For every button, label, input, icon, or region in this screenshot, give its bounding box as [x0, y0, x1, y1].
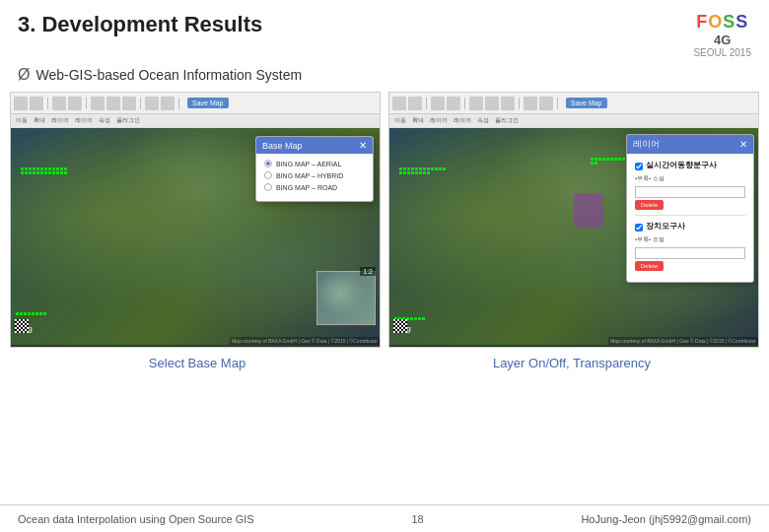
tool-icon-6 [106, 97, 120, 110]
tool-icon-3 [52, 97, 66, 110]
left-sub-toolbar: 이동 확대 레이어 레이어 속성 플러그인 [11, 114, 380, 128]
radio-label-2: BING MAP – HYBRID [276, 172, 343, 179]
sub-label-2: 확대 [32, 116, 47, 125]
radio-item-2[interactable]: BING MAP – HYBRID [264, 171, 365, 179]
right-toolbar: Save Map [389, 93, 758, 114]
tool-icon-r1 [392, 97, 406, 110]
dialog-section-1: 실시간어동향분구사 •부록• 소설 Delete [635, 160, 745, 210]
purple-region [574, 193, 603, 228]
main-content: Save Map 이동 확대 레이어 레이어 속성 플러그인 [0, 92, 769, 348]
save-map-button[interactable]: Save Map [187, 98, 229, 108]
sub-label-r1: 이동 [392, 116, 408, 125]
tool-icon-1 [14, 97, 28, 110]
dialog-section-2: 장치모구사 •부록• 조절 Delete [635, 221, 745, 271]
close-icon-right[interactable]: ✕ [739, 139, 747, 150]
sep-r3 [519, 98, 520, 109]
left-caption: Select Base Map [10, 356, 384, 370]
tool-icon-r5 [469, 97, 483, 110]
minimap-inner-left [317, 272, 375, 324]
subtitle-text: Web-GIS-based Ocean Information System [35, 67, 302, 83]
sub-label-6: 플러그인 [114, 116, 142, 125]
dialog-header-right: 레이어 ✕ [627, 135, 753, 154]
layer-title-2: 장치모구사 [646, 221, 685, 232]
layer-sub-2: •부록• 조절 [635, 235, 745, 244]
logo-seoul: SEOUL 2015 [693, 47, 751, 58]
radio-circle-1[interactable] [264, 160, 272, 167]
radio-label-1: BING MAP – AERIAL [276, 161, 341, 167]
footer-left: Ocean data Interpolation using Open Sour… [18, 513, 254, 525]
sep-3 [140, 98, 141, 109]
tool-icon-r3 [431, 97, 445, 110]
tool-icon-5 [91, 97, 105, 110]
logo-foss: FOSS [696, 12, 748, 33]
radio-item-3[interactable]: BING MAP – ROAD [264, 183, 365, 191]
logo: FOSS 4G SEOUL 2015 [693, 12, 751, 58]
transparency-slider-2[interactable] [635, 247, 745, 259]
dialog-title-right: 레이어 [633, 138, 660, 151]
layer-title-1: 실시간어동향분구사 [646, 160, 717, 170]
radio-item-1[interactable]: BING MAP – AERIAL [264, 160, 365, 167]
left-minimap [316, 271, 376, 325]
delete-button-1[interactable]: Delete [635, 200, 664, 210]
layer-checkbox-2[interactable] [635, 224, 643, 232]
subtitle: Ø Web-GIS-based Ocean Information System [0, 64, 769, 92]
sub-label-3: 레이어 [49, 116, 71, 125]
dialog-header-left: Base Map ✕ [256, 137, 373, 154]
footer-center: 18 [411, 513, 423, 525]
sep-1 [47, 98, 48, 109]
right-map-area: 레이어 ✕ 실시간어동향분구사 •부록• 소설 Delete [389, 128, 758, 345]
sep-4 [178, 98, 179, 109]
tool-icon-r8 [524, 97, 537, 110]
scale-marker-left [15, 319, 29, 333]
logo-4g: 4G [714, 33, 731, 47]
header: 3. Development Results FOSS 4G SEOUL 201… [0, 0, 769, 64]
tool-icon-r4 [447, 97, 460, 110]
scale-marker-right [393, 319, 407, 333]
base-map-dialog: Base Map ✕ BING MAP – AERIAL BING MAP – … [255, 136, 374, 202]
tool-icon-r9 [539, 97, 553, 110]
dialog-body-right: 실시간어동향분구사 •부록• 소설 Delete 장치모구사 •부록• 조절 [627, 154, 753, 282]
right-sub-toolbar: 이동 확대 레이어 레이어 속성 플러그인 [389, 114, 758, 128]
close-icon-left[interactable]: ✕ [359, 140, 367, 151]
save-map-button-right[interactable]: Save Map [566, 98, 607, 108]
sub-label-r5: 속성 [475, 116, 491, 125]
tool-icon-7 [122, 97, 136, 110]
delete-button-2[interactable]: Delete [635, 261, 664, 271]
radio-circle-2[interactable] [264, 171, 272, 179]
divider-1 [635, 215, 745, 216]
tool-icon-2 [30, 97, 43, 110]
tool-icon-r6 [485, 97, 499, 110]
sep-r4 [557, 98, 558, 109]
sub-label-r6: 플러그인 [493, 116, 521, 125]
radio-label-3: BING MAP – ROAD [276, 184, 337, 191]
sub-label-1: 이동 [14, 116, 30, 125]
layer-checkbox-1[interactable] [635, 163, 643, 170]
sub-label-5: 속성 [97, 116, 112, 125]
left-map-area: Base Map ✕ BING MAP – AERIAL BING MAP – … [11, 128, 380, 345]
layer-dialog: 레이어 ✕ 실시간어동향분구사 •부록• 소설 Delete [626, 134, 754, 283]
radio-circle-3[interactable] [264, 183, 272, 191]
tool-icon-4 [68, 97, 82, 110]
sub-label-r2: 확대 [410, 116, 426, 125]
sub-label-4: 레이어 [73, 116, 95, 125]
page-title: 3. Development Results [18, 12, 262, 37]
zoom-badge-left: 1:2 [360, 267, 376, 276]
footer: Ocean data Interpolation using Open Sour… [0, 504, 769, 532]
sep-r2 [464, 98, 465, 109]
tool-icon-8 [145, 97, 159, 110]
bullet: Ø [18, 66, 30, 84]
attribution-left: Map courtesy of BAXA GmbH | Geo © Data |… [230, 337, 380, 345]
sep-r1 [426, 98, 427, 109]
transparency-slider-1[interactable] [635, 186, 745, 198]
tool-icon-r2 [408, 97, 422, 110]
tool-icon-9 [161, 97, 175, 110]
left-toolbar: Save Map [11, 93, 380, 114]
right-panel: Save Map 이동 확대 레이어 레이어 속성 플러그인 [388, 92, 759, 348]
layer-sub-1: •부록• 소설 [635, 174, 745, 183]
sub-label-r4: 레이어 [452, 116, 473, 125]
right-caption: Layer On/Off, Transparency [384, 356, 759, 370]
dialog-title-left: Base Map [262, 141, 303, 151]
tool-icon-r7 [501, 97, 515, 110]
footer-right: HoJung-Jeon (jhj5992@gmail.com) [581, 513, 751, 525]
dialog-body-left: BING MAP – AERIAL BING MAP – HYBRID BING… [256, 154, 373, 201]
